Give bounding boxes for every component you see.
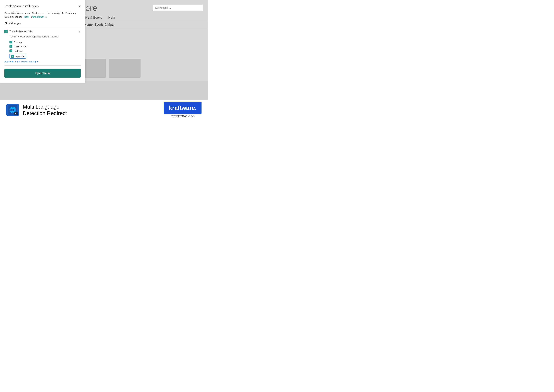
technical-description: Für die Funktion des Shops erforderliche… xyxy=(9,35,81,38)
cookie-modal: Cookie-Voreinstellungen × Diese Website … xyxy=(0,0,85,83)
sitzung-checkbox[interactable] xyxy=(9,41,12,43)
expand-icon[interactable]: ∨ xyxy=(79,30,81,33)
technical-section-header: Technisch erforderlich ∨ xyxy=(4,30,81,33)
sitzung-label: Sitzung xyxy=(14,41,22,43)
csrf-checkbox[interactable] xyxy=(9,45,12,48)
kraftware-logo: kraftware. xyxy=(164,102,201,114)
technical-title: Technisch erforderlich xyxy=(9,30,34,33)
modal-header: Cookie-Voreinstellungen × xyxy=(4,4,81,8)
cookie-item-zeitzone: Zeitzone xyxy=(9,49,81,52)
modal-title: Cookie-Voreinstellungen xyxy=(4,4,39,8)
k-badge: k. xyxy=(14,112,18,115)
technical-checkbox[interactable] xyxy=(4,30,7,33)
cookie-item-csrf: CSRF-Schutz xyxy=(9,45,81,48)
sprache-highlight-box: Sprache xyxy=(9,54,26,59)
more-info-link[interactable]: Mehr Informationen ... xyxy=(24,15,47,18)
cookie-item-sitzung: Sitzung xyxy=(9,41,81,43)
kraftware-url: www.kraftware.be xyxy=(172,115,194,118)
bottom-bar: 🌐 k. Multi Language Detection Redirect k… xyxy=(0,99,208,120)
section-left: Technisch erforderlich xyxy=(4,30,34,33)
plugin-text: Multi Language Detection Redirect xyxy=(23,104,160,116)
settings-label: Einstellungen xyxy=(4,22,81,25)
search-input[interactable] xyxy=(152,5,203,11)
plugin-name: Multi Language Detection Redirect xyxy=(23,104,160,116)
csrf-label: CSRF-Schutz xyxy=(14,45,28,48)
zeitzone-checkbox[interactable] xyxy=(9,49,12,52)
cookie-sub-items: Sitzung CSRF-Schutz Zeitzone Sprache xyxy=(9,41,81,59)
shop-logo: ore xyxy=(85,3,97,13)
plugin-icon-wrapper: 🌐 k. xyxy=(6,104,19,116)
cookie-item-sprache: Sprache xyxy=(9,54,81,59)
nav-item-4: Hom xyxy=(108,16,115,20)
divider-2 xyxy=(4,65,81,66)
save-button[interactable]: Speichern xyxy=(4,69,81,78)
modal-description: Diese Website verwendet Cookies, um eine… xyxy=(4,11,81,19)
product-card-4 xyxy=(109,59,141,78)
sprache-label: Sprache xyxy=(15,55,24,58)
nav-item-8: Home, Sports & Musi xyxy=(84,23,114,26)
sprache-checkbox[interactable] xyxy=(11,55,14,58)
cookie-manager-link[interactable]: Available in the cookie manager! xyxy=(4,60,81,63)
close-button[interactable]: × xyxy=(79,5,81,8)
kraftware-wrapper: kraftware. www.kraftware.be xyxy=(164,102,201,118)
zeitzone-label: Zeitzone xyxy=(14,50,23,52)
